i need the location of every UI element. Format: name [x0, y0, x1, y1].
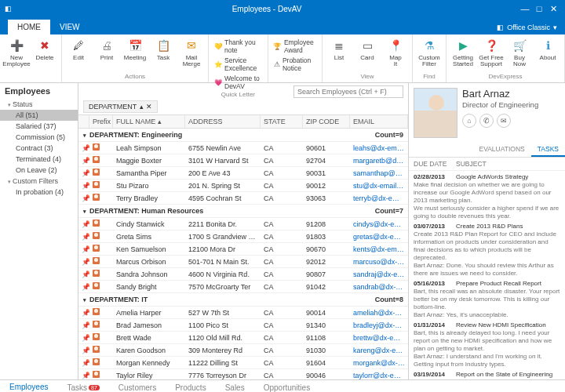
ribbon-mail-merge[interactable]: ✉MailMerge: [178, 36, 205, 67]
pin-icon[interactable]: 📌: [78, 231, 89, 242]
pin-icon[interactable]: 📌: [78, 320, 89, 331]
table-row[interactable]: 📌Stu Pizaro201 N. Spring StCA90012stu@dx…: [78, 180, 408, 192]
pin-icon[interactable]: 📌: [78, 370, 89, 380]
ribbon-line[interactable]: ⭐Service Excellence: [212, 56, 264, 73]
tab-view[interactable]: VIEW: [50, 20, 89, 34]
sidebar-item[interactable]: Terminated (4): [0, 154, 78, 165]
ribbon-print[interactable]: 🖨Print: [93, 36, 120, 61]
ribbon-line[interactable]: ⚠Probation Notice: [272, 56, 319, 73]
pin-icon[interactable]: 📌: [78, 358, 89, 368]
table-row[interactable]: 📌Ken Samuelson12100 Mora DrCA90670kents@…: [78, 243, 408, 256]
group-header[interactable]: ▾DEPARTMENT: ITCount=8: [78, 293, 408, 307]
ribbon-new-employee[interactable]: ➕NewEmployee: [3, 36, 30, 67]
ribbon-about[interactable]: ℹAbout: [534, 36, 561, 61]
task-item[interactable]: 02/28/2013Google AdWords StrategyMake fi…: [414, 173, 560, 220]
ribbon-edit[interactable]: 🖉Edit: [65, 36, 92, 61]
search-input[interactable]: [293, 85, 403, 98]
sidebar-item[interactable]: All (51): [0, 110, 78, 121]
ribbon-buy-now[interactable]: 🛒BuyNow: [506, 36, 533, 67]
pin-icon[interactable]: 📌: [78, 332, 89, 343]
table-row[interactable]: 📌Amelia Harper527 W 7th StCA90014ameliah…: [78, 307, 408, 319]
bottom-tab-customers[interactable]: Customers: [109, 380, 166, 392]
sidebar-section-custom-filters[interactable]: Custom Filters: [0, 176, 78, 187]
sidebar-item[interactable]: Salaried (37): [0, 121, 78, 132]
sidebar-item[interactable]: Commission (5): [0, 132, 78, 143]
col-fullname[interactable]: FULL NAME ▴: [113, 115, 185, 128]
bottom-tab-employees[interactable]: Employees: [0, 380, 57, 392]
bottom-tab-opportunities[interactable]: Opportunities: [254, 380, 319, 392]
pin-icon[interactable]: 📌: [78, 143, 89, 154]
grid-body[interactable]: ▾DEPARTMENT: EngineeringCount=9📌Leah Sim…: [78, 129, 408, 379]
avatar-icon: [93, 333, 100, 340]
close-button[interactable]: ✕: [546, 4, 560, 14]
table-row[interactable]: 📌Maggie Boxter3101 W Harvard StCA92704ma…: [78, 154, 408, 167]
table-row[interactable]: 📌Brett Wade1120 Old Mill Rd.CA91108brett…: [78, 332, 408, 344]
task-item[interactable]: 01/31/2014Review New HDMI SpecificationB…: [414, 321, 560, 368]
sidebar-item[interactable]: In probation (4): [0, 187, 78, 198]
pin-icon[interactable]: 📌: [78, 307, 89, 318]
detail-tab-evaluations[interactable]: EVALUATIONS: [472, 143, 530, 157]
ribbon-delete[interactable]: ✖Delete: [31, 36, 58, 61]
ribbon-card[interactable]: ▭Card: [354, 36, 381, 61]
table-row[interactable]: 📌Samantha Piper200 E Ave 43CA90031samant…: [78, 167, 408, 180]
maximize-button[interactable]: □: [532, 4, 546, 13]
table-row[interactable]: 📌Morgan Kennedy11222 Dilling StCA91604mo…: [78, 357, 408, 369]
table-row[interactable]: 📌Terry Bradley4595 Cochran StCA93063terr…: [78, 192, 408, 205]
col-prefix[interactable]: Prefix: [89, 115, 113, 128]
col-zip[interactable]: ZIP CODE: [303, 115, 350, 128]
ribbon-getting-started[interactable]: ▶GettingStarted: [450, 36, 476, 67]
pin-icon[interactable]: 📌: [78, 155, 89, 166]
ribbon-map-it[interactable]: 📍MapIt: [382, 36, 409, 67]
phone-icon[interactable]: ✆: [479, 114, 494, 128]
pin-icon[interactable]: 📌: [78, 168, 89, 179]
pin-icon[interactable]: 📌: [78, 269, 89, 280]
table-row[interactable]: 📌Sandra Johnson4600 N Virginia Rd.CA9080…: [78, 268, 408, 281]
chat-icon[interactable]: ✉: [497, 114, 511, 128]
table-row[interactable]: 📌Leah Simpson6755 Newlin AveCA90601leahs…: [78, 142, 408, 154]
table-row[interactable]: 📌Greta Sims1700 S Grandview Dr.CA91803gr…: [78, 230, 408, 243]
task-item[interactable]: 03/07/2013Create 2013 R&D PlansCreate 20…: [414, 223, 560, 278]
ribbon-task[interactable]: 📋Task: [150, 36, 177, 61]
ribbon-line[interactable]: 🏆Employee Award: [272, 38, 319, 55]
col-address[interactable]: ADDRESS: [185, 115, 261, 128]
ribbon-custom-filter[interactable]: ⚗CustomFilter: [416, 36, 443, 67]
tab-home[interactable]: HOME: [8, 20, 50, 34]
table-row[interactable]: 📌Brad Jameson1100 Pico StCA91340bradleyj…: [78, 319, 408, 332]
bottom-tab-tasks[interactable]: Tasks87: [57, 380, 108, 392]
pin-icon[interactable]: 📌: [78, 244, 89, 255]
ribbon-list[interactable]: ≣List: [326, 36, 352, 61]
pin-icon[interactable]: 📌: [78, 193, 89, 204]
detail-tab-tasks[interactable]: TASKS: [531, 143, 565, 157]
group-header[interactable]: ▾DEPARTMENT: EngineeringCount=9: [78, 129, 408, 142]
minimize-button[interactable]: —: [518, 4, 532, 13]
home-icon[interactable]: ⌂: [462, 114, 476, 128]
task-item[interactable]: 05/16/2013Prepare Product Recall ReportB…: [414, 280, 560, 319]
bottom-tab-products[interactable]: Products: [166, 380, 215, 392]
sidebar-item[interactable]: Contract (3): [0, 143, 78, 154]
col-email[interactable]: EMAIL: [350, 115, 408, 128]
table-row[interactable]: 📌Taylor Riley7776 Torreyson DrCA90046tay…: [78, 369, 408, 379]
task-item[interactable]: 03/19/2014Report on the State of Enginee…: [414, 371, 560, 379]
pin-icon[interactable]: 📌: [78, 180, 89, 191]
table-row[interactable]: 📌Marcus Orbison501-701 N Main St.CA92012…: [78, 256, 408, 268]
detail-panel: Bart Arnaz Director of Engineering ⌂ ✆ ✉…: [408, 83, 565, 379]
col-state[interactable]: STATE: [261, 115, 303, 128]
group-by-chip[interactable]: DEPARTMENT ▴ ✕: [83, 100, 158, 113]
table-row[interactable]: 📌Karen Goodson309 Monterey RdCA91030kare…: [78, 344, 408, 357]
table-row[interactable]: 📌Cindy Stanwick2211 Bonita Dr.CA91208cin…: [78, 218, 408, 230]
pin-icon[interactable]: 📌: [78, 345, 89, 356]
pin-icon[interactable]: 📌: [78, 281, 89, 292]
ribbon-line[interactable]: 💛Thank you note: [212, 38, 264, 55]
sidebar-section-status[interactable]: Status: [0, 99, 78, 110]
theme-selector[interactable]: ◧ Office Classic ▾: [489, 20, 565, 34]
table-row[interactable]: 📌Sandy Bright7570 McGroarty TerCA91042sa…: [78, 281, 408, 293]
bottom-tab-sales[interactable]: Sales: [216, 380, 254, 392]
sidebar-item[interactable]: On Leave (2): [0, 165, 78, 176]
pin-icon[interactable]: 📌: [78, 256, 89, 267]
group-header[interactable]: ▾DEPARTMENT: Human ResourcesCount=7: [78, 205, 408, 218]
pin-icon[interactable]: 📌: [78, 219, 89, 230]
task-list[interactable]: 02/28/2013Google AdWords StrategyMake fi…: [409, 171, 565, 379]
ribbon-get-free-support[interactable]: ❓Get FreeSupport: [478, 36, 505, 67]
ribbon-meeting[interactable]: 📅Meeting: [122, 36, 148, 61]
title-bar: ◧ Employees - DevAV — □ ✕: [0, 0, 565, 17]
